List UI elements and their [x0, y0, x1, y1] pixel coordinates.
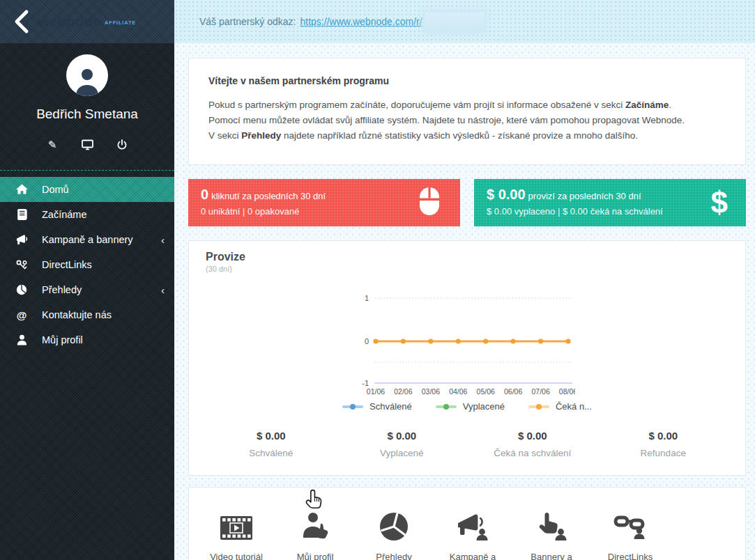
partner-link-bar: Váš partnerský odkaz: https://www.webnod… — [174, 0, 755, 43]
sidebar-menu: Domů Začínáme Kampaně a bannery ‹ Direc — [0, 170, 174, 352]
sidebar-item-home[interactable]: Domů — [0, 177, 174, 202]
welcome-body: Pokud s partnerským programem začínáte, … — [208, 98, 726, 143]
shortcuts-card: Video tutoriál Můj profil Přehledy — [188, 487, 746, 560]
stat-cards-row: 0kliknutí za posledních 30 dní 0 unikátn… — [188, 179, 746, 226]
svg-text:01/06: 01/06 — [367, 387, 385, 396]
welcome-line-2: Pomocí menu můžete ovládat svůj affiliat… — [208, 113, 726, 128]
monitor-icon[interactable] — [81, 139, 93, 151]
hand-pointer-icon — [514, 508, 589, 542]
book-icon — [15, 208, 28, 221]
commission-stat-card: $ 0.00provizí za posledních 30 dní $ 0.0… — [474, 179, 746, 226]
shortcut-campaigns[interactable]: Kampaně a bannery — [435, 508, 510, 560]
legend-item-pending: Čeká n... — [528, 401, 592, 412]
chevron-collapsed-icon: ‹ — [161, 235, 165, 245]
main-content: Vítejte v našem partnerském programu Pok… — [174, 43, 755, 560]
summary-paid: $ 0.00 Vyplacené — [337, 430, 468, 458]
brand-header: webnodeAFFILIATE — [0, 0, 174, 43]
shortcut-directlinks[interactable]: DirectLinks — [593, 508, 668, 560]
welcome-card: Vítejte v našem partnerském programu Pok… — [188, 58, 746, 165]
shortcut-label: Kampaně a bannery — [435, 551, 510, 560]
commission-label: provizí za posledních 30 dní — [528, 191, 641, 201]
partner-link-label: Váš partnerský odkaz: — [199, 16, 296, 27]
sidebar-item-contact[interactable]: @ Kontaktujte nás — [0, 302, 174, 327]
avatar — [66, 54, 108, 96]
chart-legend: Schválené Vyplacené Čeká n... — [342, 401, 592, 412]
chart-plot-area: 1 0 -1 01/06 02/06 03/06 04 — [359, 284, 575, 398]
shortcut-label: Video tutoriál — [199, 551, 274, 560]
legend-swatch-green — [436, 405, 457, 408]
shortcut-label: Můj profil — [277, 551, 353, 560]
sidebar-item-label: Kampaně a bannery — [42, 234, 133, 245]
legend-swatch-blue — [342, 405, 363, 408]
chart-title: Provize — [206, 251, 729, 263]
legend-swatch-orange — [528, 405, 549, 408]
chart-subtitle: (30 dní) — [206, 265, 729, 273]
clicks-label: kliknutí za posledních 30 dní — [211, 191, 326, 201]
megaphone-users-icon — [435, 508, 510, 542]
redacted-link-suffix — [425, 13, 485, 31]
commissions-chart-card: Provize (30 dní) 1 0 -1 — [188, 240, 746, 476]
svg-text:-1: -1 — [362, 379, 369, 387]
sidebar-item-getting-started[interactable]: Začínáme — [0, 202, 174, 227]
summary-approved: $ 0.00 Schválené — [206, 430, 337, 458]
chevron-collapsed-icon: ‹ — [161, 285, 165, 295]
at-icon: @ — [15, 309, 28, 321]
summary-refunds: $ 0.00 Refundace — [598, 430, 729, 458]
sidebar-item-label: Můj profil — [42, 334, 83, 345]
legend-item-paid: Vyplacené — [436, 401, 505, 412]
user-pointer-icon — [277, 508, 353, 542]
svg-text:04/06: 04/06 — [449, 387, 467, 396]
clicks-subline: 0 unikátní | 0 opakované — [201, 206, 448, 217]
shortcut-label: DirectLinks — [593, 551, 668, 560]
shortcut-label: Bannery a odkazy — [514, 551, 589, 560]
user-icon — [15, 334, 28, 346]
sidebar-item-reports[interactable]: Přehledy ‹ — [0, 277, 174, 302]
welcome-line-3: V sekci Přehledy najdete například různé… — [208, 128, 726, 143]
commission-value: $ 0.00 — [487, 187, 526, 202]
shortcut-reports[interactable]: Přehledy — [356, 508, 432, 560]
commission-summary-row: $ 0.00 Schválené $ 0.00 Vyplacené $ 0.00… — [206, 430, 729, 458]
pie-icon — [15, 283, 28, 296]
summary-pending: $ 0.00 Čeká na schválení — [467, 430, 598, 458]
sidebar-item-label: DirectLinks — [42, 259, 92, 270]
sidebar-item-label: Začínáme — [42, 209, 86, 220]
sidebar-item-my-profile[interactable]: Můj profil — [0, 327, 174, 352]
welcome-title: Vítejte v našem partnerském programu — [208, 75, 726, 86]
clicks-line: 0kliknutí za posledních 30 dní — [201, 187, 448, 203]
clicks-value: 0 — [201, 187, 208, 202]
keys-icon — [15, 258, 28, 271]
sidebar-item-label: Přehledy — [42, 284, 82, 295]
partner-link[interactable]: https://www.webnode.com/r/ — [300, 16, 422, 27]
power-icon[interactable] — [116, 139, 128, 151]
clicks-stat-card: 0kliknutí za posledních 30 dní 0 unikátn… — [188, 179, 460, 226]
legend-item-approved: Schválené — [342, 401, 412, 412]
svg-text:1: 1 — [365, 294, 369, 302]
shortcut-label: Přehledy — [356, 551, 432, 560]
dollar-icon: $ — [711, 187, 728, 218]
svg-text:03/06: 03/06 — [422, 387, 440, 396]
webnode-logo: webnodeAFFILIATE — [0, 14, 174, 30]
line-chart: 1 0 -1 01/06 02/06 03/06 04 — [206, 284, 729, 412]
logo-text: webnode — [38, 14, 101, 29]
pencil-icon[interactable]: ✎ — [46, 139, 59, 151]
sidebar: Bedřich Smetana ✎ Domů Začínáme — [0, 43, 174, 560]
commission-subline: $ 0.00 vyplaceno | $ 0.00 čeká na schvál… — [487, 206, 733, 217]
logo-affiliate-badge: AFFILIATE — [105, 20, 136, 26]
shortcut-my-profile[interactable]: Můj profil — [277, 508, 353, 560]
commission-line: $ 0.00provizí za posledních 30 dní — [487, 187, 733, 203]
svg-text:08/06: 08/06 — [559, 387, 575, 396]
profile-actions: ✎ — [0, 139, 174, 151]
sidebar-item-label: Domů — [42, 184, 69, 195]
svg-text:05/06: 05/06 — [477, 387, 495, 396]
shortcut-video-tutorial[interactable]: Video tutoriál — [199, 508, 274, 560]
shortcut-banners-links[interactable]: Bannery a odkazy — [514, 508, 589, 560]
sidebar-item-directlinks[interactable]: DirectLinks — [0, 252, 174, 277]
film-play-icon — [199, 508, 274, 542]
sidebar-item-campaigns[interactable]: Kampaně a bannery ‹ — [0, 227, 174, 252]
profile-name: Bedřich Smetana — [0, 107, 174, 122]
svg-text:06/06: 06/06 — [504, 387, 522, 396]
megaphone-icon — [15, 233, 28, 246]
mouse-icon — [417, 187, 442, 219]
welcome-line-1: Pokud s partnerským programem začínáte, … — [208, 98, 726, 113]
svg-text:07/06: 07/06 — [531, 387, 549, 396]
